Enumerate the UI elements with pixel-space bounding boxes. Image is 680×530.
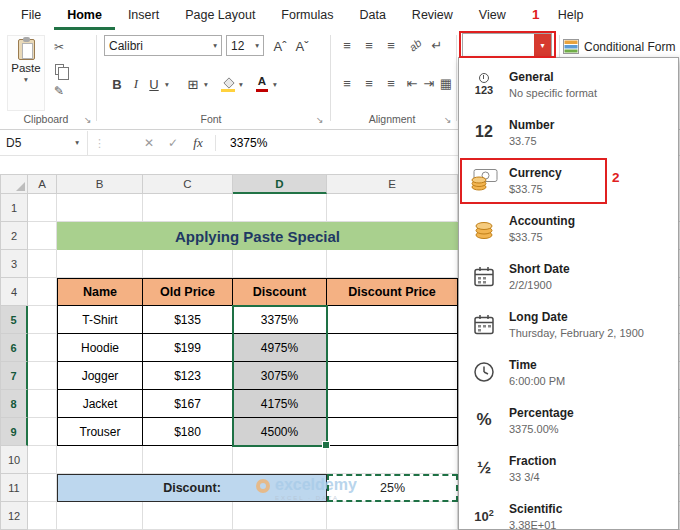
fill-color-button[interactable] [220, 76, 236, 93]
tab-page-layout[interactable]: Page Layout [172, 0, 268, 30]
format-option-currency[interactable]: Currency$33.75 [459, 156, 678, 204]
cell-e9[interactable] [327, 418, 458, 446]
orientation-button[interactable]: ab [406, 36, 424, 54]
align-top-button[interactable]: ≡ [338, 36, 356, 54]
name-box[interactable]: D5 ▾ [0, 131, 88, 155]
grow-font-button[interactable]: Aˆ [270, 36, 290, 56]
column-header-b[interactable]: B [57, 174, 143, 194]
column-header-e[interactable]: E [327, 174, 458, 194]
cell-e7[interactable] [327, 362, 458, 390]
column-header-d[interactable]: D [233, 174, 327, 194]
title-banner-cell[interactable]: Applying Paste Special [57, 222, 458, 250]
cell-e8[interactable] [327, 390, 458, 418]
chevron-down-icon[interactable]: ▾ [213, 42, 217, 50]
cell-c6[interactable]: $199 [143, 334, 233, 362]
cell-b9[interactable]: Trouser [57, 418, 143, 446]
row-header-2[interactable]: 2 [0, 222, 28, 250]
format-option-scientific[interactable]: 102 Scientific3.38E+01 [459, 492, 678, 530]
tab-data[interactable]: Data [346, 0, 398, 30]
enter-icon[interactable]: ✓ [161, 136, 185, 150]
row-header-5[interactable]: 5 [0, 306, 28, 334]
paste-button[interactable]: Paste ▾ [7, 35, 45, 111]
table-header-old-price[interactable]: Old Price [143, 278, 233, 306]
row-header-10[interactable]: 10 [0, 446, 28, 474]
cell-b8[interactable]: Jacket [57, 390, 143, 418]
cell-c8[interactable]: $167 [143, 390, 233, 418]
chevron-down-icon[interactable]: ▾ [255, 42, 259, 50]
cell-d6[interactable]: 4975% [233, 334, 327, 362]
copied-cell-marching-ants[interactable]: 25% [327, 474, 458, 502]
row-header-1[interactable]: 1 [0, 194, 28, 222]
name-box-dropdown-icon[interactable]: ▾ [75, 139, 81, 147]
tab-help[interactable]: Help [545, 0, 597, 30]
cell-e6[interactable] [327, 334, 458, 362]
row-header-9[interactable]: 9 [0, 418, 28, 446]
underline-dropdown-icon[interactable]: ▾ [162, 78, 172, 92]
table-header-discount-price[interactable]: Discount Price [327, 278, 458, 306]
tab-home[interactable]: Home [54, 0, 115, 30]
row-header-8[interactable]: 8 [0, 390, 28, 418]
cell-d5-active[interactable]: 3375% [233, 306, 327, 334]
tab-insert[interactable]: Insert [115, 0, 172, 30]
column-header-c[interactable]: C [143, 174, 233, 194]
cut-button[interactable]: ✂ [50, 38, 68, 56]
cell-b5[interactable]: T-Shirt [57, 306, 143, 334]
font-dialog-launcher-icon[interactable]: ↘ [316, 115, 324, 125]
format-option-time[interactable]: Time6:00:00 PM [459, 348, 678, 396]
tab-file[interactable]: File [8, 0, 54, 30]
row-header-4[interactable]: 4 [0, 278, 28, 306]
copy-button[interactable] [50, 60, 68, 78]
font-color-dropdown-icon[interactable]: ▾ [270, 78, 280, 92]
cell-d9[interactable]: 4500% [233, 418, 327, 446]
cell-b7[interactable]: Jogger [57, 362, 143, 390]
alignment-dialog-launcher-icon[interactable]: ↘ [444, 115, 452, 125]
cell-c9[interactable]: $180 [143, 418, 233, 446]
formula-input[interactable]: 3375% [230, 136, 267, 150]
align-left-button[interactable]: ≡ [338, 74, 356, 92]
select-all-corner[interactable] [0, 174, 28, 194]
cell-e5[interactable] [327, 306, 458, 334]
cell-b6[interactable]: Hoodie [57, 334, 143, 362]
align-bottom-button[interactable]: ≡ [382, 36, 400, 54]
paste-dropdown-icon[interactable]: ▾ [24, 76, 28, 84]
merge-center-button[interactable]: ▦ [438, 74, 454, 92]
format-option-accounting[interactable]: Accounting$33.75 [459, 204, 678, 252]
font-color-button[interactable]: A [254, 74, 270, 94]
decrease-indent-button[interactable]: ⇤ [404, 74, 420, 92]
row-header-3[interactable]: 3 [0, 250, 28, 278]
format-option-fraction[interactable]: ½ Fraction33 3/4 [459, 444, 678, 492]
cell-c7[interactable]: $123 [143, 362, 233, 390]
row-header-6[interactable]: 6 [0, 334, 28, 362]
wrap-text-button[interactable]: ↵ [428, 36, 446, 54]
font-size-combo[interactable]: 12 ▾ [226, 35, 264, 56]
number-format-dropdown-icon[interactable]: ▾ [534, 34, 551, 56]
align-right-button[interactable]: ≡ [382, 74, 400, 92]
clipboard-dialog-launcher-icon[interactable]: ↘ [84, 115, 92, 125]
increase-indent-button[interactable]: ⇥ [421, 74, 437, 92]
row-header-7[interactable]: 7 [0, 362, 28, 390]
cell-d7[interactable]: 3075% [233, 362, 327, 390]
cancel-icon[interactable]: ✕ [137, 136, 161, 150]
cell-c5[interactable]: $135 [143, 306, 233, 334]
borders-dropdown-icon[interactable]: ▾ [201, 78, 211, 92]
format-option-number[interactable]: 12 Number33.75 [459, 108, 678, 156]
format-option-long-date[interactable]: Long DateThursday, February 2, 1900 [459, 300, 678, 348]
format-option-short-date[interactable]: Short Date2/2/1900 [459, 252, 678, 300]
font-name-combo[interactable]: Calibri ▾ [104, 35, 222, 56]
italic-button[interactable]: I [128, 74, 144, 94]
format-option-percentage[interactable]: % Percentage3375.00% [459, 396, 678, 444]
row-header-12[interactable]: 12 [0, 502, 28, 530]
shrink-font-button[interactable]: Aˇ [292, 36, 312, 56]
align-middle-button[interactable]: ≡ [360, 36, 378, 54]
align-center-button[interactable]: ≡ [360, 74, 378, 92]
tab-formulas[interactable]: Formulas [268, 0, 346, 30]
conditional-formatting-button[interactable]: Conditional Form [563, 39, 675, 54]
cell-d8[interactable]: 4175% [233, 390, 327, 418]
fill-color-dropdown-icon[interactable]: ▾ [236, 78, 246, 92]
table-header-name[interactable]: Name [57, 278, 143, 306]
column-header-a[interactable]: A [28, 174, 57, 194]
discount-label-cell[interactable]: Discount: [57, 474, 327, 502]
underline-button[interactable]: U [146, 74, 162, 94]
row-header-11[interactable]: 11 [0, 474, 28, 502]
bold-button[interactable]: B [108, 74, 126, 94]
